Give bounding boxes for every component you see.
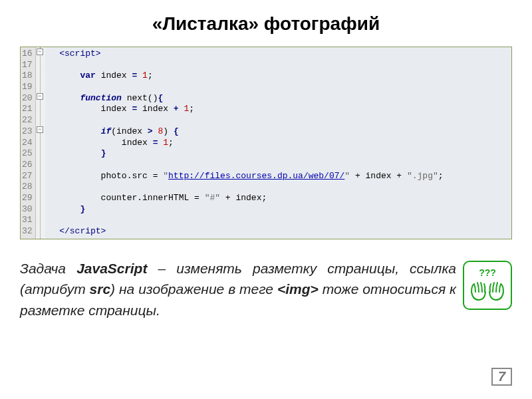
fold-box-icon: −	[37, 126, 43, 133]
code-block: 1617181920212223242526272829303132 − − −…	[20, 47, 512, 239]
code-content: <script> var index = 1; function next(){…	[45, 47, 511, 239]
fold-box-icon: −	[37, 49, 43, 55]
fold-box-icon: −	[37, 93, 43, 100]
fold-column: − − −	[36, 47, 45, 239]
hands-icon	[469, 279, 506, 303]
question-marks: ???	[479, 267, 496, 278]
slide-title: «Листалка» фотографий	[20, 13, 512, 35]
question-hands-badge: ???	[463, 261, 512, 310]
explanation-text: Задача JavaScript – изменять разметку ст…	[20, 258, 456, 321]
line-number-gutter: 1617181920212223242526272829303132	[21, 47, 36, 239]
